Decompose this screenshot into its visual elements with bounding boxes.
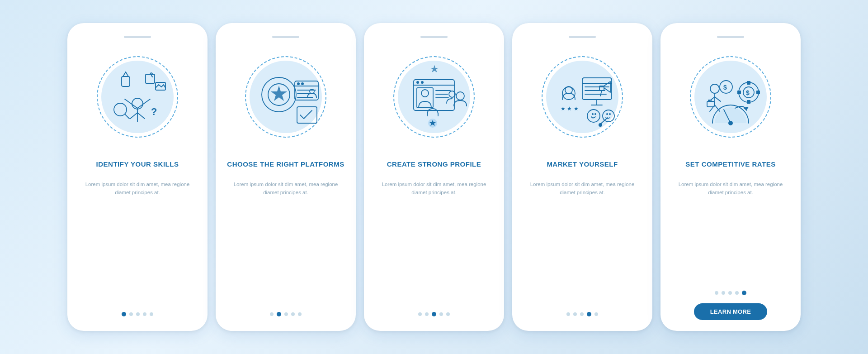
card-market-yourself: ★ ★ ★ MARKET YOURSELF Lorem ipsum dolor … — [512, 23, 652, 331]
svg-rect-8 — [122, 77, 130, 86]
svg-point-53 — [587, 110, 600, 122]
svg-point-20 — [301, 82, 304, 85]
svg-point-31 — [421, 90, 429, 97]
svg-line-10 — [126, 72, 128, 77]
dot-5-2 — [722, 291, 725, 295]
svg-rect-72 — [747, 100, 750, 104]
svg-point-55 — [594, 113, 596, 115]
dot-2-3 — [284, 312, 288, 316]
illustration-identify-skills: ? — [88, 47, 187, 147]
card-desc-2: Lorem ipsum dolor sit dim amet, mea regi… — [226, 180, 345, 305]
card-desc-1: Lorem ipsum dolor sit dim amet, mea regi… — [78, 180, 197, 305]
svg-marker-35 — [431, 65, 439, 72]
dot-1-1 — [122, 312, 126, 316]
profile-svg — [393, 56, 475, 138]
card-desc-3: Lorem ipsum dolor sit dim amet, mea regi… — [375, 180, 493, 305]
svg-point-19 — [297, 82, 300, 85]
svg-line-63 — [715, 97, 721, 101]
svg-marker-16 — [271, 86, 287, 101]
svg-rect-66 — [707, 101, 714, 107]
svg-point-29 — [421, 81, 424, 84]
svg-point-54 — [592, 113, 594, 115]
svg-point-59 — [599, 123, 602, 127]
svg-line-3 — [137, 113, 145, 119]
svg-point-57 — [606, 113, 608, 115]
illustration-create-profile — [384, 47, 484, 147]
svg-rect-26 — [414, 80, 454, 110]
card-desc-4: Lorem ipsum dolor sit dim amet, mea regi… — [523, 180, 642, 305]
svg-line-4 — [125, 99, 137, 108]
dots-3 — [418, 312, 450, 316]
svg-text:$: $ — [746, 89, 750, 96]
market-svg: ★ ★ ★ — [542, 56, 623, 138]
svg-rect-42 — [582, 78, 612, 100]
svg-line-9 — [123, 72, 126, 77]
dots-1 — [122, 312, 153, 316]
dot-5-3 — [728, 291, 732, 295]
dot-4-1 — [566, 312, 570, 316]
illustration-market-yourself: ★ ★ ★ — [533, 47, 632, 147]
card-title-3: CREATE STRONG PROFILE — [387, 155, 481, 174]
dots-4 — [566, 312, 598, 316]
card-set-rates: $ $ SET COMPETITIVE RAT — [660, 23, 801, 331]
cards-container: ? IDENTIFY YOUR SKILLS Lorem ipsum dolor… — [54, 10, 814, 344]
dot-4-5 — [594, 312, 598, 316]
dot-3-3 — [432, 312, 436, 316]
dot-3-2 — [425, 312, 429, 316]
svg-point-0 — [132, 98, 143, 109]
svg-text:$: $ — [723, 84, 727, 91]
skills-svg: ? — [97, 56, 178, 138]
dot-2-1 — [270, 312, 274, 316]
dot-2-5 — [298, 312, 302, 316]
dot-4-4 — [587, 312, 591, 316]
dot-5-4 — [735, 291, 739, 295]
svg-line-7 — [125, 114, 129, 119]
illustration-choose-platforms — [236, 47, 335, 147]
svg-point-28 — [416, 81, 419, 84]
svg-rect-73 — [737, 91, 741, 94]
card-title-2: CHOOSE THE RIGHT PLATFORMS — [227, 155, 344, 174]
card-identify-skills: ? IDENTIFY YOUR SKILLS Lorem ipsum dolor… — [67, 23, 208, 331]
card-title-5: SET COMPETITIVE RATES — [685, 155, 775, 174]
dot-5-5 — [742, 291, 746, 295]
dot-2-4 — [291, 312, 295, 316]
dot-3-5 — [446, 312, 450, 316]
svg-line-62 — [709, 97, 715, 101]
dot-5-1 — [715, 291, 718, 295]
svg-rect-74 — [756, 91, 760, 94]
dot-4-2 — [573, 312, 577, 316]
svg-text:?: ? — [151, 106, 157, 117]
dot-1-5 — [150, 312, 153, 316]
dot-1-2 — [129, 312, 133, 316]
svg-rect-11 — [146, 74, 155, 83]
svg-point-51 — [565, 86, 572, 94]
svg-line-5 — [137, 99, 150, 108]
svg-rect-71 — [747, 81, 750, 85]
illustration-set-rates: $ $ — [681, 47, 780, 147]
dot-3-1 — [418, 312, 422, 316]
svg-point-58 — [609, 113, 611, 115]
learn-more-button[interactable]: LEARN MORE — [694, 303, 767, 320]
platforms-svg — [245, 56, 326, 138]
card-desc-5: Lorem ipsum dolor sit dim amet, mea regi… — [671, 180, 790, 283]
card-choose-platforms: CHOOSE THE RIGHT PLATFORMS Lorem ipsum d… — [216, 23, 356, 331]
card-title-1: IDENTIFY YOUR SKILLS — [96, 155, 179, 174]
svg-line-2 — [130, 113, 137, 119]
svg-point-36 — [456, 92, 464, 100]
dot-1-4 — [143, 312, 146, 316]
card-create-profile: CREATE STRONG PROFILE Lorem ipsum dolor … — [364, 23, 504, 331]
rates-svg: $ $ — [690, 56, 771, 138]
svg-point-77 — [728, 121, 733, 125]
dots-2 — [270, 312, 302, 316]
svg-text:★ ★ ★: ★ ★ ★ — [561, 105, 579, 112]
dot-3-4 — [439, 312, 443, 316]
dot-2-2 — [277, 312, 281, 316]
dots-5 — [715, 291, 746, 295]
svg-point-60 — [710, 84, 719, 93]
dot-4-3 — [580, 312, 584, 316]
dot-1-3 — [136, 312, 140, 316]
card-title-4: MARKET YOURSELF — [547, 155, 618, 174]
